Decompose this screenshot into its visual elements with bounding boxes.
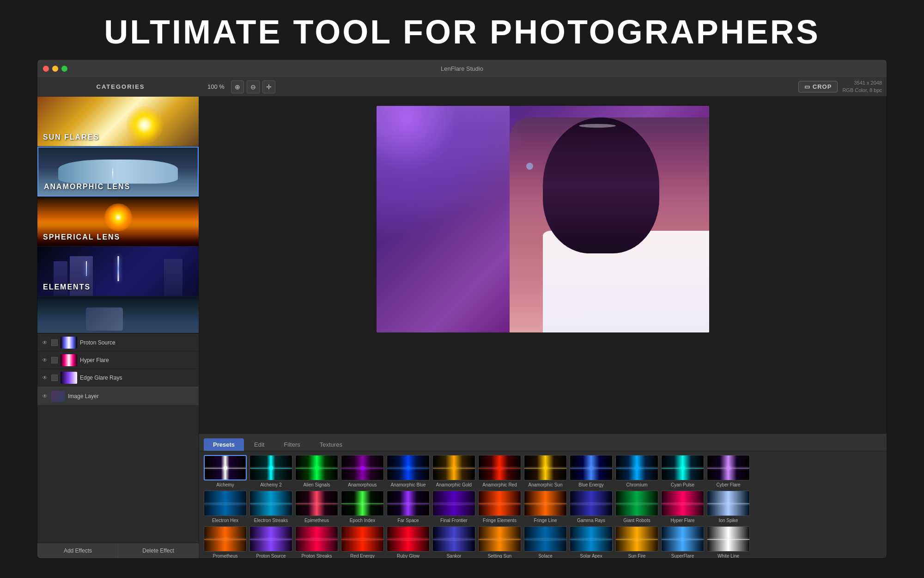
window-title: LenFlare Studio bbox=[441, 65, 483, 72]
preset-alchemy[interactable]: Alchemy bbox=[204, 455, 247, 488]
preset-electron-streaks[interactable]: Electron Streaks bbox=[249, 491, 292, 523]
crop-button[interactable]: ▭ CROP bbox=[798, 81, 838, 92]
preset-sankor[interactable]: Sankor bbox=[432, 526, 475, 558]
zoom-out-icon: ⊖ bbox=[250, 83, 256, 91]
preset-giant-robots[interactable]: Giant Robots bbox=[615, 491, 658, 523]
photo-canvas bbox=[377, 106, 709, 332]
category-label-elements: ELEMENTS bbox=[43, 283, 91, 291]
layer-thumb-proton bbox=[61, 337, 77, 349]
layer-check-edge[interactable] bbox=[51, 375, 58, 381]
preset-proton-streaks[interactable]: Proton Streaks bbox=[295, 526, 338, 558]
preset-chromium[interactable]: Chromium bbox=[615, 455, 658, 488]
image-layer-name: Image Layer bbox=[68, 393, 99, 400]
preset-ion-spike[interactable]: Ion Spike bbox=[707, 491, 750, 523]
preset-anamorphic-sun[interactable]: Anamorphic Sun bbox=[524, 455, 567, 488]
window-controls bbox=[43, 66, 67, 72]
layer-visibility-hyper[interactable]: 👁 bbox=[41, 357, 49, 364]
preset-superflare[interactable]: SuperFlare bbox=[661, 526, 704, 558]
preset-electron-hex[interactable]: Electron Hex bbox=[204, 491, 247, 523]
category-label-anamorphic-lens: ANAMORPHIC LENS bbox=[44, 183, 130, 191]
category-label-spherical-lens: SPHERICAL LENS bbox=[43, 233, 120, 241]
preset-setting-sun[interactable]: Setting Sun bbox=[478, 526, 521, 558]
preset-cyber-flare[interactable]: Cyber Flare bbox=[707, 455, 750, 488]
tab-presets[interactable]: Presets bbox=[204, 438, 244, 451]
categories-label: CATEGORIES bbox=[42, 83, 199, 90]
add-effects-button[interactable]: Add Effects bbox=[37, 543, 118, 558]
preset-red-energy[interactable]: Red Energy bbox=[341, 526, 384, 558]
image-dimensions: 3541 x 2048 bbox=[842, 80, 882, 86]
presets-row-3: Prometheus Proton Source Proton Streaks bbox=[204, 526, 882, 558]
preset-fringe-line[interactable]: Fringe Line bbox=[524, 491, 567, 523]
layer-check-hyper[interactable] bbox=[51, 357, 58, 363]
image-layer-thumb bbox=[51, 391, 65, 402]
preset-blue-energy[interactable]: Blue Energy bbox=[570, 455, 613, 488]
preset-proton-source[interactable]: Proton Source bbox=[249, 526, 292, 558]
tab-textures[interactable]: Textures bbox=[310, 438, 352, 451]
preset-anamorphic-blue[interactable]: Anamorphic Blue bbox=[387, 455, 430, 488]
toolbar-center: 100 % ⊕ ⊖ ✛ bbox=[203, 80, 795, 93]
preset-solar-apex[interactable]: Solar Apex bbox=[570, 526, 613, 558]
sidebar-item-elements[interactable]: ELEMENTS bbox=[37, 246, 199, 296]
layer-item-hyper-flare: 👁 Hyper Flare bbox=[37, 351, 199, 369]
layer-name-proton: Proton Source bbox=[80, 339, 195, 346]
crop-icon: ▭ bbox=[804, 83, 810, 90]
preset-gamma-rays[interactable]: Gamma Rays bbox=[570, 491, 613, 523]
preset-white-line[interactable]: White Line bbox=[707, 526, 750, 558]
preset-epoch-index[interactable]: Epoch Index bbox=[341, 491, 384, 523]
layer-check-proton[interactable] bbox=[51, 339, 58, 346]
preset-final-frontier[interactable]: Final Frontier bbox=[432, 491, 475, 523]
tab-edit[interactable]: Edit bbox=[245, 438, 274, 451]
layer-buttons: Add Effects Delete Effect bbox=[37, 543, 199, 558]
preset-alien-signals[interactable]: Alien Signals bbox=[295, 455, 338, 488]
presets-grid: Alchemy Alchemy 2 Alien Signals Ana bbox=[199, 451, 887, 558]
preset-far-space[interactable]: Far Space bbox=[387, 491, 430, 523]
tab-filters[interactable]: Filters bbox=[274, 438, 309, 451]
image-color-mode: RGB Color, 8 bpc bbox=[842, 87, 882, 94]
layer-item-proton-source: 👁 Proton Source bbox=[37, 334, 199, 351]
sidebar: SUN FLARES ANAMORPHIC LENS SPHERICAL LEN… bbox=[37, 97, 199, 558]
delete-effect-button[interactable]: Delete Effect bbox=[118, 543, 199, 558]
preset-fringe-elements[interactable]: Fringe Elements bbox=[478, 491, 521, 523]
bokeh-2 bbox=[526, 163, 533, 170]
preset-solace[interactable]: Solace bbox=[524, 526, 567, 558]
preset-cyan-pulse[interactable]: Cyan Pulse bbox=[661, 455, 704, 488]
crop-label: CROP bbox=[813, 83, 832, 90]
preset-alchemy2[interactable]: Alchemy 2 bbox=[249, 455, 292, 488]
preset-ruby-glow[interactable]: Ruby Glow bbox=[387, 526, 430, 558]
category-label-sun-flares: SUN FLARES bbox=[43, 133, 99, 141]
sidebar-item-spherical-lens[interactable]: SPHERICAL LENS bbox=[37, 197, 199, 246]
main-content: SUN FLARES ANAMORPHIC LENS SPHERICAL LEN… bbox=[37, 97, 887, 558]
preset-anamorphous[interactable]: Anamorphous bbox=[341, 455, 384, 488]
preset-anamorphic-red[interactable]: Anamorphic Red bbox=[478, 455, 521, 488]
zoom-out-button[interactable]: ⊖ bbox=[247, 80, 260, 93]
pan-button[interactable]: ✛ bbox=[262, 80, 275, 93]
minimize-button[interactable] bbox=[52, 66, 58, 72]
sidebar-item-anamorphic-lens[interactable]: ANAMORPHIC LENS bbox=[37, 147, 199, 197]
zoom-in-button[interactable]: ⊕ bbox=[231, 80, 244, 93]
close-button[interactable] bbox=[43, 66, 49, 72]
layer-name-edge: Edge Glare Rays bbox=[80, 375, 195, 381]
maximize-button[interactable] bbox=[61, 66, 67, 72]
toolbar-right: ▭ CROP 3541 x 2048 RGB Color, 8 bpc bbox=[798, 80, 882, 94]
layer-item-edge-glare: 👁 Edge Glare Rays bbox=[37, 369, 199, 387]
zoom-level: 100 % bbox=[207, 83, 228, 90]
layer-visibility-edge[interactable]: 👁 bbox=[41, 374, 49, 381]
title-bar: LenFlare Studio bbox=[37, 60, 887, 77]
sidebar-item-sun-flares[interactable]: SUN FLARES bbox=[37, 97, 199, 147]
image-info: 3541 x 2048 RGB Color, 8 bpc bbox=[842, 80, 882, 94]
photo-flare-overlay bbox=[377, 106, 526, 242]
preset-epimetheus[interactable]: Epimetheus bbox=[295, 491, 338, 523]
image-layer-item: 👁 Image Layer bbox=[37, 387, 199, 405]
image-layer-visibility[interactable]: 👁 bbox=[41, 393, 49, 400]
preset-anamorphic-gold[interactable]: Anamorphic Gold bbox=[432, 455, 475, 488]
presets-row-2: Electron Hex Electron Streaks Epimetheus bbox=[204, 491, 882, 523]
toolbar: CATEGORIES 100 % ⊕ ⊖ ✛ ▭ CROP 3541 x 204… bbox=[37, 77, 887, 97]
canvas-area bbox=[199, 97, 887, 433]
app-window: LenFlare Studio CATEGORIES 100 % ⊕ ⊖ ✛ ▭… bbox=[37, 59, 887, 559]
preset-sun-fire[interactable]: Sun Fire bbox=[615, 526, 658, 558]
sidebar-item-extra[interactable] bbox=[37, 296, 199, 333]
layers-panel: 👁 Proton Source 👁 Hyper Flare 👁 Edge Gla… bbox=[37, 333, 199, 543]
layer-visibility-proton[interactable]: 👁 bbox=[41, 339, 49, 346]
preset-hyper-flare[interactable]: Hyper Flare bbox=[661, 491, 704, 523]
preset-prometheus[interactable]: Prometheus bbox=[204, 526, 247, 558]
